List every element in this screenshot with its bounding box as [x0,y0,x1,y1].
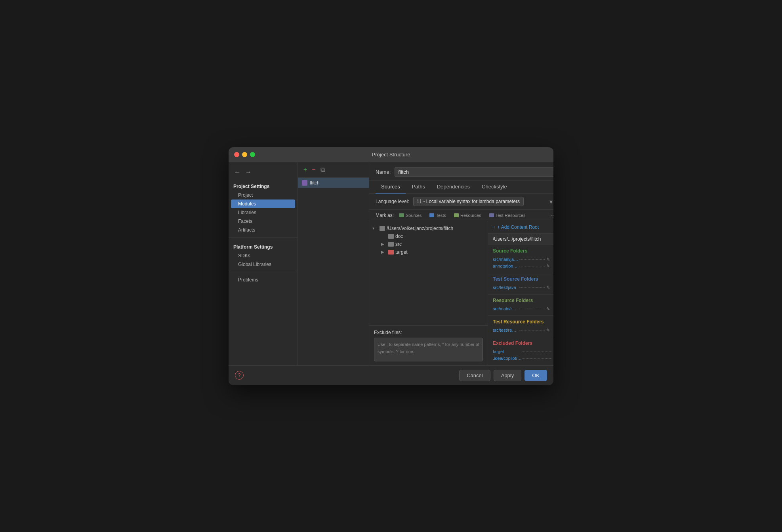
sidebar-item-sdks[interactable]: SDKs [229,251,298,260]
tab-sources[interactable]: Sources [376,180,406,194]
test-source-folder-path-0: src/test/java [493,285,519,290]
tree-item-target[interactable]: ▶ target [369,248,488,256]
tree-item-doc[interactable]: doc [369,232,488,240]
remove-resource-folder-0-button[interactable]: ✕ [552,306,553,312]
excluded-folder-path-1: .idea/copilot/chatSessions... [493,356,522,361]
sidebar-item-libraries[interactable]: Libraries [229,208,298,217]
test-source-folders-section: Test Source Folders src/test/java ✎ ✕ [488,273,553,294]
dotted-line-5 [523,352,551,352]
copy-module-button[interactable]: ⧉ [319,165,326,174]
sidebar-nav-buttons: ← → [229,166,298,180]
remove-excluded-folder-1-button[interactable]: ✕ [552,356,553,361]
tree-item-doc-label: doc [395,234,403,239]
source-folder-path-1: annotations [generated] [493,264,519,268]
apply-button[interactable]: Apply [494,370,522,381]
middle-toolbar: + − ⧉ [298,162,369,178]
mark-as-resources-button[interactable]: Resources [452,212,484,218]
tree-root-item[interactable]: ▾ /Users/volker.janz/projects/flitch [369,224,488,232]
test-source-folder-actions-0: ✎ ✕ [545,285,553,290]
sidebar-item-project[interactable]: Project [229,191,298,200]
language-level-select-wrapper: 11 - Local variable syntax for lambda pa… [413,197,553,206]
traffic-lights [234,152,255,157]
sidebar-divider [229,238,298,238]
exclude-input-area[interactable]: Use ; to separate name patterns, * for a… [374,338,483,361]
forward-button[interactable]: → [244,168,253,177]
add-content-root-button[interactable]: + + Add Content Root [493,224,539,230]
dotted-line-1 [519,266,545,266]
tab-paths[interactable]: Paths [406,180,431,194]
edit-test-source-folder-0-button[interactable]: ✎ [545,285,551,290]
module-item-flitch[interactable]: flitch [298,178,369,188]
source-folder-entry-1: annotations [generated] ✎ ✕ [493,263,553,270]
edit-source-folder-1-button[interactable]: ✎ [545,264,551,269]
mark-as-row: Mark as: Sources Tests Resources Test Re… [369,210,553,221]
tree-panel: ▾ /Users/volker.janz/projects/flitch doc… [369,221,488,365]
source-folder-actions-0: ✎ ✕ [545,257,553,262]
edit-test-resource-folder-0-button[interactable]: ✎ [545,328,551,333]
test-resource-folder-entry-0: src/test/resources ✎ ✕ [493,327,553,334]
tree-item-src-label: src [395,241,402,247]
dotted-line [519,259,545,260]
dotted-line-3 [519,309,545,309]
sidebar-item-artifacts[interactable]: Artifacts [229,226,298,234]
ok-button[interactable]: OK [525,370,547,381]
platform-settings-label: Platform Settings [229,241,298,251]
cancel-button[interactable]: Cancel [459,370,490,381]
module-list: flitch [298,178,369,365]
mark-as-label: Mark as: [376,213,394,218]
test-resource-folders-title: Test Resource Folders [493,319,553,325]
remove-source-folder-0-button[interactable]: ✕ [552,257,553,262]
mark-as-sources-button[interactable]: Sources [397,212,424,218]
more-options-button[interactable]: ⋯ [550,212,553,218]
resource-folder-path-0: src/main/resources [493,306,519,311]
name-row: Name: [369,162,553,180]
sidebar-item-modules[interactable]: Modules [231,200,295,208]
root-folder-icon [380,226,385,231]
add-module-button[interactable]: + [302,165,309,174]
module-icon [302,180,307,186]
excluded-folder-path-0: target [493,349,522,354]
language-level-label: Language level: [376,199,409,204]
close-content-root-button[interactable]: ✕ [553,236,553,242]
help-button[interactable]: ? [235,371,244,380]
titlebar: Project Structure [229,147,553,162]
remove-test-source-folder-0-button[interactable]: ✕ [552,285,553,290]
remove-source-folder-1-button[interactable]: ✕ [552,264,553,269]
tab-dependencies[interactable]: Dependencies [431,180,475,194]
close-window-button[interactable] [234,152,239,157]
source-folders-section: Source Folders src/main/java ✎ ✕ annotat… [488,245,553,273]
language-level-select[interactable]: 11 - Local variable syntax for lambda pa… [413,197,524,206]
test-source-folder-entry-0: src/test/java ✎ ✕ [493,284,553,291]
target-arrow: ▶ [381,250,387,254]
source-folder-path-0: src/main/java [493,257,519,262]
excluded-folders-title: Excluded Folders [493,340,553,346]
edit-source-folder-0-button[interactable]: ✎ [545,257,551,262]
maximize-window-button[interactable] [250,152,255,157]
tab-checkstyle[interactable]: Checkstyle [476,180,513,194]
exclude-files-label: Exclude files: [374,330,483,335]
sidebar-item-problems[interactable]: Problems [229,276,298,284]
excluded-folder-actions-0: ✕ [552,349,553,354]
info-path-bar: /Users/.../projects/flitch ✕ [488,234,553,245]
back-button[interactable]: ← [233,168,242,177]
sidebar-item-global-libraries[interactable]: Global Libraries [229,260,298,269]
tree-item-src[interactable]: ▶ src [369,240,488,248]
remove-test-resource-folder-0-button[interactable]: ✕ [552,328,553,333]
resource-folder-actions-0: ✎ ✕ [545,306,553,312]
minimize-window-button[interactable] [242,152,247,157]
right-panel: Name: Sources Paths Dependencies Checkst… [369,162,553,365]
language-level-row: Language level: 11 - Local variable synt… [369,194,553,210]
exclude-files-area: Exclude files: Use ; to separate name pa… [369,325,488,365]
footer-left: ? [235,371,244,380]
remove-excluded-folder-0-button[interactable]: ✕ [552,349,553,354]
test-resource-folders-section: Test Resource Folders src/test/resources… [488,316,553,337]
remove-module-button[interactable]: − [310,165,317,174]
name-input[interactable] [395,167,553,177]
edit-resource-folder-0-button[interactable]: ✎ [545,306,551,312]
sidebar-item-facets[interactable]: Facets [229,217,298,226]
sources-folder-icon [399,213,404,217]
exclude-hint: Use ; to separate name patterns, * for a… [378,342,479,354]
mark-as-tests-button[interactable]: Tests [427,212,448,218]
mark-as-test-resources-button[interactable]: Test Resources [487,212,528,218]
tree-root-label: /Users/volker.janz/projects/flitch [387,226,453,231]
